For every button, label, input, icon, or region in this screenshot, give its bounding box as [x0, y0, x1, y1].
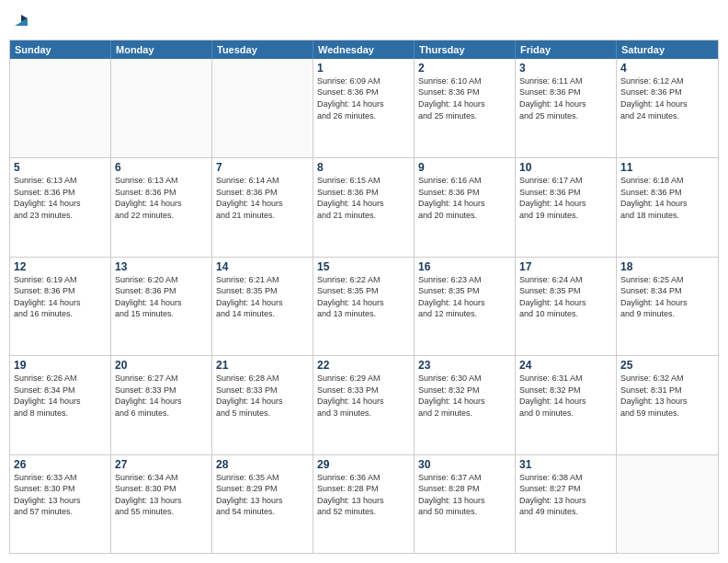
day-number: 15	[317, 260, 410, 273]
calendar-row: 12Sunrise: 6:19 AM Sunset: 8:36 PM Dayli…	[10, 257, 718, 355]
calendar-cell-empty	[212, 59, 313, 157]
calendar-row: 1Sunrise: 6:09 AM Sunset: 8:36 PM Daylig…	[10, 59, 718, 157]
day-info: Sunrise: 6:16 AM Sunset: 8:36 PM Dayligh…	[418, 175, 511, 221]
calendar-cell-31: 31Sunrise: 6:38 AM Sunset: 8:27 PM Dayli…	[516, 455, 617, 553]
calendar-cell-11: 11Sunrise: 6:18 AM Sunset: 8:36 PM Dayli…	[617, 158, 718, 256]
calendar-cell-7: 7Sunrise: 6:14 AM Sunset: 8:36 PM Daylig…	[212, 158, 313, 256]
calendar-cell-6: 6Sunrise: 6:13 AM Sunset: 8:36 PM Daylig…	[111, 158, 212, 256]
calendar-cell-26: 26Sunrise: 6:33 AM Sunset: 8:30 PM Dayli…	[10, 455, 111, 553]
day-header-tuesday: Tuesday	[212, 40, 313, 59]
calendar-cell-29: 29Sunrise: 6:36 AM Sunset: 8:28 PM Dayli…	[313, 455, 415, 553]
day-info: Sunrise: 6:34 AM Sunset: 8:30 PM Dayligh…	[115, 472, 208, 518]
day-number: 13	[115, 260, 208, 273]
day-info: Sunrise: 6:31 AM Sunset: 8:32 PM Dayligh…	[519, 373, 612, 419]
calendar-cell-empty	[10, 59, 111, 157]
day-header-thursday: Thursday	[415, 40, 516, 59]
day-header-wednesday: Wednesday	[313, 40, 415, 59]
calendar-cell-21: 21Sunrise: 6:28 AM Sunset: 8:33 PM Dayli…	[212, 356, 313, 454]
day-info: Sunrise: 6:22 AM Sunset: 8:35 PM Dayligh…	[317, 274, 410, 320]
day-number: 5	[14, 161, 107, 174]
calendar-cell-2: 2Sunrise: 6:10 AM Sunset: 8:36 PM Daylig…	[415, 59, 516, 157]
logo-text	[9, 9, 31, 34]
day-number: 18	[620, 260, 714, 273]
day-info: Sunrise: 6:10 AM Sunset: 8:36 PM Dayligh…	[418, 75, 511, 121]
calendar-cell-30: 30Sunrise: 6:37 AM Sunset: 8:28 PM Dayli…	[415, 455, 516, 553]
calendar-cell-23: 23Sunrise: 6:30 AM Sunset: 8:32 PM Dayli…	[415, 356, 516, 454]
day-info: Sunrise: 6:26 AM Sunset: 8:34 PM Dayligh…	[14, 373, 107, 419]
day-info: Sunrise: 6:21 AM Sunset: 8:35 PM Dayligh…	[216, 274, 309, 320]
day-number: 16	[418, 260, 511, 273]
day-number: 21	[216, 359, 309, 372]
day-info: Sunrise: 6:14 AM Sunset: 8:36 PM Dayligh…	[216, 175, 309, 221]
calendar-cell-empty	[111, 59, 212, 157]
day-info: Sunrise: 6:35 AM Sunset: 8:29 PM Dayligh…	[216, 472, 309, 518]
day-info: Sunrise: 6:23 AM Sunset: 8:35 PM Dayligh…	[418, 274, 511, 320]
day-number: 4	[620, 62, 714, 75]
calendar-cell-20: 20Sunrise: 6:27 AM Sunset: 8:33 PM Dayli…	[111, 356, 212, 454]
day-number: 9	[418, 161, 511, 174]
calendar-cell-27: 27Sunrise: 6:34 AM Sunset: 8:30 PM Dayli…	[111, 455, 212, 553]
calendar-cell-5: 5Sunrise: 6:13 AM Sunset: 8:36 PM Daylig…	[10, 158, 111, 256]
day-number: 7	[216, 161, 309, 174]
logo	[9, 9, 31, 34]
day-number: 17	[519, 260, 612, 273]
calendar-cell-1: 1Sunrise: 6:09 AM Sunset: 8:36 PM Daylig…	[313, 59, 415, 157]
day-info: Sunrise: 6:27 AM Sunset: 8:33 PM Dayligh…	[115, 373, 208, 419]
calendar-cell-12: 12Sunrise: 6:19 AM Sunset: 8:36 PM Dayli…	[10, 258, 111, 355]
day-info: Sunrise: 6:15 AM Sunset: 8:36 PM Dayligh…	[317, 175, 410, 221]
calendar-cell-15: 15Sunrise: 6:22 AM Sunset: 8:35 PM Dayli…	[313, 258, 415, 355]
day-number: 24	[519, 359, 612, 372]
header	[9, 9, 719, 34]
day-info: Sunrise: 6:33 AM Sunset: 8:30 PM Dayligh…	[14, 472, 107, 518]
logo-icon	[11, 9, 31, 29]
day-number: 27	[115, 458, 208, 471]
day-header-sunday: Sunday	[10, 40, 111, 59]
day-info: Sunrise: 6:29 AM Sunset: 8:33 PM Dayligh…	[317, 373, 410, 419]
day-number: 11	[620, 161, 714, 174]
day-info: Sunrise: 6:17 AM Sunset: 8:36 PM Dayligh…	[519, 175, 612, 221]
day-header-monday: Monday	[111, 40, 212, 59]
day-info: Sunrise: 6:37 AM Sunset: 8:28 PM Dayligh…	[418, 472, 511, 518]
day-number: 28	[216, 458, 309, 471]
calendar-cell-18: 18Sunrise: 6:25 AM Sunset: 8:34 PM Dayli…	[617, 258, 718, 355]
day-number: 20	[115, 359, 208, 372]
day-info: Sunrise: 6:24 AM Sunset: 8:35 PM Dayligh…	[519, 274, 612, 320]
calendar-cell-13: 13Sunrise: 6:20 AM Sunset: 8:36 PM Dayli…	[111, 258, 212, 355]
day-info: Sunrise: 6:11 AM Sunset: 8:36 PM Dayligh…	[519, 75, 612, 121]
calendar-cell-empty	[617, 455, 718, 553]
calendar-cell-3: 3Sunrise: 6:11 AM Sunset: 8:36 PM Daylig…	[516, 59, 617, 157]
day-info: Sunrise: 6:13 AM Sunset: 8:36 PM Dayligh…	[115, 175, 208, 221]
day-number: 29	[317, 458, 410, 471]
calendar-row: 5Sunrise: 6:13 AM Sunset: 8:36 PM Daylig…	[10, 157, 718, 256]
day-number: 25	[620, 359, 714, 372]
calendar-cell-19: 19Sunrise: 6:26 AM Sunset: 8:34 PM Dayli…	[10, 356, 111, 454]
page: SundayMondayTuesdayWednesdayThursdayFrid…	[0, 0, 728, 563]
day-header-friday: Friday	[516, 40, 617, 59]
calendar-cell-22: 22Sunrise: 6:29 AM Sunset: 8:33 PM Dayli…	[313, 356, 415, 454]
calendar-cell-9: 9Sunrise: 6:16 AM Sunset: 8:36 PM Daylig…	[415, 158, 516, 256]
day-info: Sunrise: 6:09 AM Sunset: 8:36 PM Dayligh…	[317, 75, 410, 121]
day-number: 14	[216, 260, 309, 273]
day-info: Sunrise: 6:36 AM Sunset: 8:28 PM Dayligh…	[317, 472, 410, 518]
calendar: SundayMondayTuesdayWednesdayThursdayFrid…	[9, 40, 719, 554]
day-number: 31	[519, 458, 612, 471]
calendar-row: 26Sunrise: 6:33 AM Sunset: 8:30 PM Dayli…	[10, 454, 718, 553]
day-info: Sunrise: 6:38 AM Sunset: 8:27 PM Dayligh…	[519, 472, 612, 518]
calendar-cell-4: 4Sunrise: 6:12 AM Sunset: 8:36 PM Daylig…	[617, 59, 718, 157]
day-headers: SundayMondayTuesdayWednesdayThursdayFrid…	[10, 40, 718, 59]
calendar-cell-28: 28Sunrise: 6:35 AM Sunset: 8:29 PM Dayli…	[212, 455, 313, 553]
day-info: Sunrise: 6:32 AM Sunset: 8:31 PM Dayligh…	[620, 373, 714, 419]
day-info: Sunrise: 6:13 AM Sunset: 8:36 PM Dayligh…	[14, 175, 107, 221]
day-number: 8	[317, 161, 410, 174]
day-info: Sunrise: 6:20 AM Sunset: 8:36 PM Dayligh…	[115, 274, 208, 320]
calendar-cell-25: 25Sunrise: 6:32 AM Sunset: 8:31 PM Dayli…	[617, 356, 718, 454]
calendar-cell-17: 17Sunrise: 6:24 AM Sunset: 8:35 PM Dayli…	[516, 258, 617, 355]
day-info: Sunrise: 6:19 AM Sunset: 8:36 PM Dayligh…	[14, 274, 107, 320]
day-info: Sunrise: 6:18 AM Sunset: 8:36 PM Dayligh…	[620, 175, 714, 221]
day-number: 2	[418, 62, 511, 75]
day-info: Sunrise: 6:30 AM Sunset: 8:32 PM Dayligh…	[418, 373, 511, 419]
day-info: Sunrise: 6:28 AM Sunset: 8:33 PM Dayligh…	[216, 373, 309, 419]
day-number: 10	[519, 161, 612, 174]
day-number: 23	[418, 359, 511, 372]
day-number: 1	[317, 62, 410, 75]
